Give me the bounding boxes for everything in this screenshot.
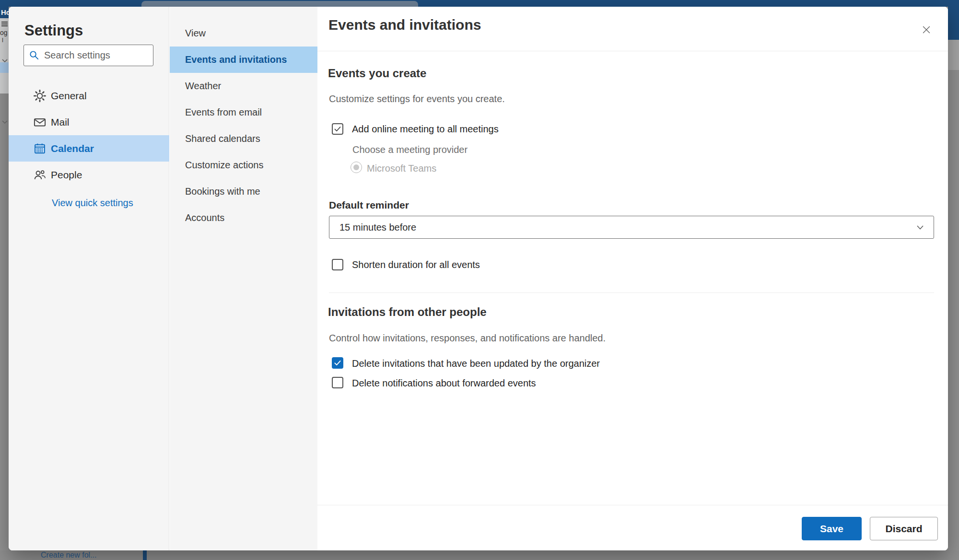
microsoft-teams-label: Microsoft Teams [367,163,436,174]
backdrop-right-strip-lower [948,70,959,560]
settings-dialog-title: Settings [24,22,83,39]
backdrop-left-strip-lower [0,93,9,550]
backdrop-text-fragment-2: l [2,36,9,44]
backdrop-right-navy [948,0,959,40]
sidebar-item-general[interactable]: General [9,82,169,109]
backdrop-selected-folder [0,62,9,73]
calendar-icon [33,141,47,156]
category-nav: View Events and invitations Weather Even… [170,7,317,550]
tab-accounts[interactable]: Accounts [170,205,317,231]
sidebar-item-label: Calendar [51,143,94,154]
section-divider [329,292,934,293]
delete-forwarded-notifications-checkbox[interactable] [332,377,343,388]
search-placeholder: Search settings [44,50,110,61]
hamburger-icon [1,22,8,26]
search-icon [29,50,40,61]
sidebar-item-calendar[interactable]: Calendar [9,135,169,162]
sidebar-item-label: General [51,90,87,102]
tab-weather[interactable]: Weather [170,73,317,99]
checkmark-icon [333,359,342,367]
detail-pane-header: Events and invitations [317,7,948,51]
tab-events-and-invitations[interactable]: Events and invitations [170,47,317,73]
section-heading-invitations: Invitations from other people [328,305,487,319]
search-settings-input[interactable]: Search settings [23,45,153,66]
sidebar-item-label: Mail [51,117,70,128]
close-icon [920,23,933,36]
section-description: Customize settings for events you create… [329,93,505,105]
default-reminder-select[interactable]: 15 minutes before [329,216,934,239]
screen: Ho og l Create new fol... Settings Searc… [0,0,959,560]
sidebar-item-mail[interactable]: Mail [9,109,169,135]
settings-dialog: Settings Search settings [9,7,948,550]
delete-forwarded-notifications-label: Delete notifications about forwarded eve… [352,378,536,389]
close-button[interactable] [918,21,935,38]
tab-customize-actions[interactable]: Customize actions [170,152,317,178]
mail-icon [33,115,47,129]
microsoft-teams-radio[interactable] [351,162,362,173]
save-button[interactable]: Save [802,517,862,540]
backdrop-navy-bar [143,550,147,560]
page-title: Events and invitations [328,17,481,33]
choose-provider-label: Choose a meeting provider [352,144,468,155]
add-online-meeting-checkbox[interactable] [332,123,343,135]
sidebar-item-people[interactable]: People [9,162,169,188]
tab-shared-calendars[interactable]: Shared calendars [170,126,317,152]
tab-view[interactable]: View [170,20,317,47]
default-reminder-label: Default reminder [329,199,409,211]
section-description: Control how invitations, responses, and … [329,333,606,344]
tab-label: Bookings with me [185,186,260,197]
backdrop-right-strip [948,40,959,70]
checkmark-icon [333,125,342,133]
discard-button[interactable]: Discard [870,517,938,540]
tab-bookings-with-me[interactable]: Bookings with me [170,178,317,205]
settings-sidebar: Settings Search settings [9,7,169,550]
backdrop-left-strip [0,7,9,93]
home-tab-fragment: Ho [0,7,9,18]
create-new-folder-link: Create new fol... [41,551,113,560]
chevron-down-icon [1,118,9,126]
default-reminder-value: 15 minutes before [339,222,416,233]
tab-label: Shared calendars [185,133,260,144]
tab-events-from-email[interactable]: Events from email [170,99,317,126]
tab-label: Customize actions [185,160,263,171]
shorten-duration-checkbox[interactable] [332,259,343,270]
view-quick-settings-link[interactable]: View quick settings [52,198,133,209]
tab-label: View [185,28,206,39]
background-search-bar [141,1,418,7]
chevron-down-icon [914,222,926,233]
detail-pane: Events you create Customize settings for… [317,51,948,505]
tab-label: Weather [185,81,221,92]
delete-updated-invitations-label: Delete invitations that have been update… [352,358,600,369]
gear-icon [33,89,47,103]
section-heading-events-you-create: Events you create [328,67,426,80]
delete-updated-invitations-checkbox[interactable] [332,357,343,369]
shorten-duration-label: Shorten duration for all events [352,259,480,270]
people-icon [33,168,47,182]
backdrop-text-fragment: og [0,29,9,36]
dialog-footer: Save Discard [317,505,948,550]
tab-label: Accounts [185,212,224,223]
tab-label: Events and invitations [185,54,287,65]
add-online-meeting-label: Add online meeting to all meetings [352,124,499,135]
sidebar-item-label: People [51,169,82,181]
tab-label: Events from email [185,107,262,118]
